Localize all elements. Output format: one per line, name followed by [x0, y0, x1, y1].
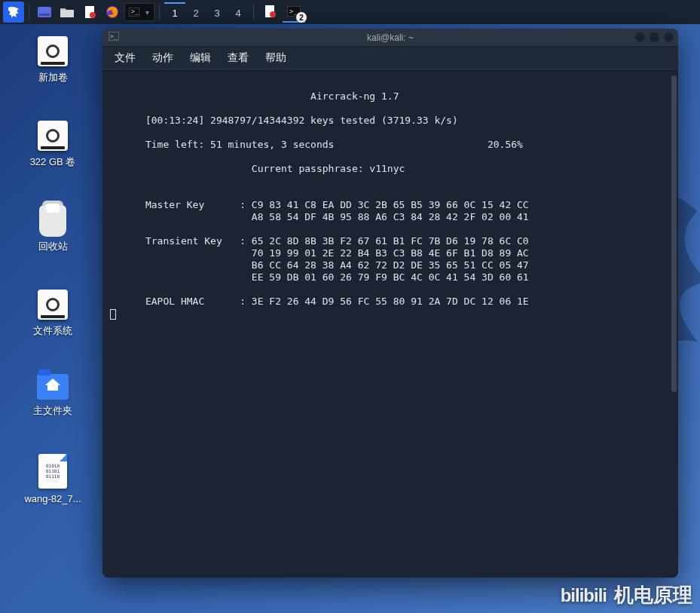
- notes-icon: [264, 5, 276, 18]
- desktop-icon-text[interactable]: 010100110101110wang-82_7...: [15, 454, 90, 504]
- svg-text:>_: >_: [110, 33, 118, 40]
- svg-point-8: [270, 11, 276, 17]
- panel-separator: [159, 5, 160, 20]
- menu-编辑[interactable]: 编辑: [184, 48, 217, 68]
- desktop-icon: [38, 7, 51, 17]
- file-manager-button[interactable]: [57, 2, 78, 23]
- icon-label: 主文件夹: [15, 404, 90, 418]
- notes-icon: [84, 5, 96, 19]
- desktop-icon-home[interactable]: 主文件夹: [15, 374, 90, 418]
- menu-bar: 文件动作编辑查看帮助: [102, 47, 678, 69]
- menu-查看[interactable]: 查看: [222, 48, 255, 68]
- panel-separator: [253, 5, 254, 20]
- chevron-down-icon[interactable]: ▾: [142, 8, 152, 17]
- icon-label: 322 GB 卷: [15, 155, 90, 169]
- scrollbar[interactable]: [671, 72, 677, 575]
- desktop-icon-drive[interactable]: 新加卷: [15, 36, 90, 84]
- show-desktop-button[interactable]: [34, 2, 55, 23]
- scrollbar-thumb[interactable]: [671, 75, 677, 392]
- terminal-cursor: [110, 309, 116, 320]
- firefox-icon: [105, 5, 119, 19]
- kali-dragon-icon: [6, 5, 21, 20]
- kali-menu-button[interactable]: [3, 2, 24, 23]
- svg-point-3: [90, 12, 96, 18]
- workspace-1[interactable]: 1: [164, 2, 185, 22]
- icon-label: 回收站: [15, 240, 90, 253]
- icon-label: 新加卷: [15, 71, 90, 84]
- cherrytree-button[interactable]: [79, 2, 100, 23]
- window-titlebar[interactable]: >_ kali@kali: ~: [102, 29, 678, 47]
- channel-name: 机电原理: [614, 582, 692, 608]
- close-button[interactable]: [664, 32, 674, 42]
- terminal-launcher[interactable]: >_ ▾: [124, 3, 154, 21]
- workspace-switcher: 1234: [164, 2, 249, 22]
- minimize-button[interactable]: [635, 32, 645, 42]
- folder-icon: [60, 6, 75, 18]
- desktop-icon-drive[interactable]: 文件系统: [15, 290, 90, 338]
- desktop-icon-drive[interactable]: 322 GB 卷: [15, 121, 90, 169]
- desktop: 新加卷322 GB 卷回收站文件系统主文件夹010100110101110wan…: [0, 32, 90, 541]
- icon-label: 文件系统: [15, 324, 90, 338]
- watermark: bilibili 机电原理: [561, 582, 692, 608]
- desktop-icon-trash[interactable]: 回收站: [15, 205, 90, 253]
- svg-text:>_: >_: [131, 8, 139, 15]
- menu-帮助[interactable]: 帮助: [259, 48, 292, 68]
- workspace-3[interactable]: 3: [206, 2, 228, 22]
- workspace-4[interactable]: 4: [228, 2, 249, 22]
- terminal-output[interactable]: Aircrack-ng 1.7 [00:13:24] 2948797/14344…: [102, 69, 678, 578]
- firefox-button[interactable]: [102, 2, 123, 23]
- task-cherrytree[interactable]: [258, 2, 281, 23]
- menu-文件[interactable]: 文件: [109, 48, 142, 68]
- top-panel: >_ ▾ 1234 >_ 2: [0, 0, 700, 24]
- maximize-button[interactable]: [650, 32, 659, 42]
- task-terminal[interactable]: >_ 2: [283, 2, 305, 23]
- brand-logo: bilibili: [561, 585, 607, 606]
- terminal-window: >_ kali@kali: ~ 文件动作编辑查看帮助 Aircrack-ng 1…: [102, 29, 678, 578]
- panel-separator: [29, 5, 29, 20]
- svg-rect-1: [39, 14, 50, 16]
- icon-label: wang-82_7...: [15, 493, 90, 504]
- terminal-icon: >_: [129, 8, 139, 17]
- terminal-icon: >_: [109, 32, 121, 43]
- task-count-badge: 2: [296, 12, 307, 23]
- window-title: kali@kali: ~: [102, 32, 678, 43]
- menu-动作[interactable]: 动作: [146, 48, 179, 68]
- workspace-2[interactable]: 2: [185, 2, 206, 22]
